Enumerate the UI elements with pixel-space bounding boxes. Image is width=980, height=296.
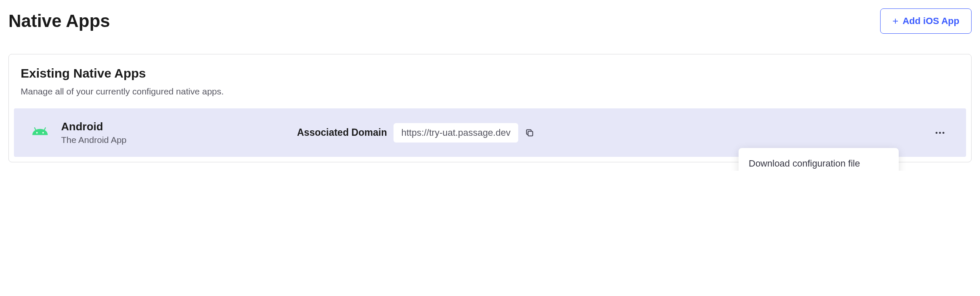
menu-download-config[interactable]: Download configuration file bbox=[739, 151, 899, 171]
card-header: Existing Native Apps Manage all of your … bbox=[9, 66, 971, 97]
svg-rect-2 bbox=[528, 131, 533, 136]
domain-value: https://try-uat.passage.dev bbox=[394, 123, 518, 143]
app-row: Android The Android App Associated Domai… bbox=[14, 108, 966, 157]
domain-block: Associated Domain https://try-uat.passag… bbox=[297, 123, 534, 143]
page-title: Native Apps bbox=[8, 11, 110, 31]
page-header: Native Apps + Add iOS App bbox=[8, 8, 972, 34]
add-button-label: Add iOS App bbox=[902, 16, 959, 27]
app-name: Android bbox=[61, 120, 297, 133]
svg-point-1 bbox=[43, 132, 44, 134]
more-button[interactable] bbox=[931, 124, 949, 142]
add-ios-app-button[interactable]: + Add iOS App bbox=[880, 8, 972, 34]
svg-point-4 bbox=[939, 132, 941, 134]
copy-icon[interactable] bbox=[525, 128, 534, 137]
svg-point-3 bbox=[936, 132, 938, 134]
svg-point-5 bbox=[943, 132, 945, 134]
app-description: The Android App bbox=[61, 135, 297, 145]
existing-apps-card: Existing Native Apps Manage all of your … bbox=[8, 54, 972, 162]
android-icon bbox=[31, 123, 49, 143]
svg-point-0 bbox=[36, 132, 38, 134]
section-title: Existing Native Apps bbox=[21, 66, 959, 81]
dropdown-menu: Download configuration file Delete bbox=[739, 148, 899, 171]
domain-label: Associated Domain bbox=[297, 127, 387, 138]
plus-icon: + bbox=[892, 16, 898, 26]
app-name-block: Android The Android App bbox=[61, 120, 297, 145]
section-subtitle: Manage all of your currently configured … bbox=[21, 86, 959, 97]
